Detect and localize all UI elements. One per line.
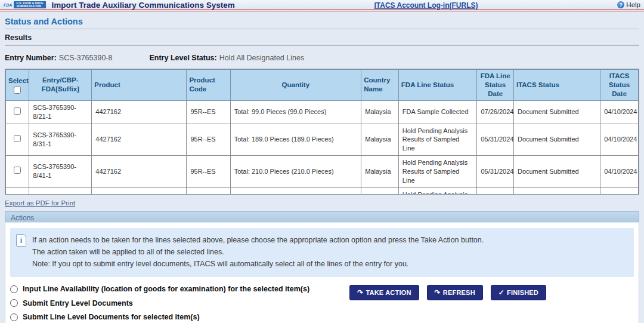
export-pdf-link[interactable]: Export as PDF for Print	[5, 199, 75, 207]
action-radio-option[interactable]: Submit Line Level Documents for selected…	[10, 313, 309, 321]
actions-section-header: Actions	[5, 211, 639, 222]
table-cell: 07/26/2024	[477, 100, 514, 124]
table-cell: 04/10/2024	[600, 124, 639, 156]
select-cell	[6, 187, 29, 195]
entry-number-label: Entry Number:	[5, 54, 57, 62]
info-line: The action taken will be applied to all …	[32, 246, 484, 258]
table-cell: SCS-3765390-8/51-1	[29, 187, 92, 195]
row-select-checkbox[interactable]	[14, 107, 21, 115]
radio-button-icon[interactable]	[10, 299, 18, 307]
action-radio-option[interactable]: Input Line Availability (location of goo…	[10, 285, 309, 293]
app-header: FDA U.S. FOOD & DRUG ADMINISTRATION Impo…	[0, 0, 644, 11]
entry-level-status-value: Hold All Designated Lines	[219, 54, 304, 62]
info-text: If an action needs to be taken for the l…	[32, 234, 484, 270]
results-table-container: SelectEntry/CBP- FDA[Suffix]ProductProdu…	[5, 69, 639, 195]
row-select-checkbox[interactable]	[14, 167, 21, 174]
table-row: SCS-3765390-8/41-1442716295R--ESTotal: 2…	[6, 156, 639, 188]
entry-level-status-label: Entry Level Status:	[149, 54, 216, 62]
table-cell: Total: 99.0 Pieces (99.0 Pieces)	[230, 100, 361, 124]
table-cell: Malaysia	[361, 100, 399, 124]
table-cell: Hold Pending Analysis Results of Sampled…	[398, 187, 477, 195]
radio-button-icon[interactable]	[10, 285, 18, 293]
arrow-icon: ↷	[357, 289, 363, 296]
table-cell: SCS-3765390-8/31-1	[29, 124, 92, 156]
table-header-row: SelectEntry/CBP- FDA[Suffix]ProductProdu…	[6, 70, 639, 101]
radio-option-label: Submit Line Level Documents for selected…	[23, 313, 200, 321]
button-label: REFRESH	[443, 289, 475, 296]
radio-option-label: Input Line Availability (location of goo…	[23, 285, 309, 293]
info-document-icon: i	[16, 234, 26, 247]
table-cell: Malaysia	[361, 187, 399, 195]
column-header: Entry/CBP- FDA[Suffix]	[29, 70, 92, 101]
table-cell: 95R--ES	[187, 100, 230, 124]
table-cell: 4427162	[92, 187, 187, 195]
table-cell: 05/31/2024	[477, 124, 514, 156]
info-box: i If an action needs to be taken for the…	[10, 228, 634, 277]
arrow-icon: ↷	[435, 289, 441, 296]
table-cell: SCS-3765390-8/41-1	[29, 156, 92, 188]
table-cell: 05/31/2024	[477, 187, 514, 195]
column-header: Product Code	[187, 70, 230, 101]
entry-summary: Entry Number: SCS-3765390-8 Entry Level …	[5, 54, 639, 62]
table-cell: 95R--ES	[187, 124, 230, 156]
fda-logo-box: U.S. FOOD & DRUG ADMINISTRATION	[14, 1, 45, 8]
table-cell: 95R--ES	[187, 187, 230, 195]
results-table: SelectEntry/CBP- FDA[Suffix]ProductProdu…	[5, 69, 639, 195]
table-cell: Total: 300.0 Pieces (300.0 Pieces)	[230, 187, 361, 195]
help-icon[interactable]: ?	[617, 1, 624, 8]
table-cell: Total: 210.0 Pieces (210.0 Pieces)	[230, 156, 361, 188]
column-header: Country Name	[361, 70, 399, 101]
info-line: If an action needs to be taken for the l…	[32, 234, 484, 246]
table-cell: Document Submitted	[513, 124, 600, 156]
table-cell: 4427162	[92, 156, 187, 188]
action-options-list: Input Line Availability (location of goo…	[10, 285, 309, 323]
take-action-button[interactable]: ↷TAKE ACTION	[349, 285, 419, 300]
results-table-body: SCS-3765390-8/21-1442716295R--ESTotal: 9…	[6, 100, 639, 195]
refresh-button[interactable]: ↷REFRESH	[427, 285, 483, 300]
select-cell	[6, 156, 29, 188]
table-cell: Document Submitted	[513, 100, 600, 124]
table-cell: 4427162	[92, 124, 187, 156]
select-all-checkbox[interactable]	[14, 87, 21, 94]
table-cell: 4427162	[92, 100, 187, 124]
radio-option-label: Submit Entry Level Documents	[23, 299, 133, 307]
table-cell: 04/10/2024	[600, 156, 639, 188]
table-cell: Document Submitted	[513, 187, 600, 195]
column-header: ITACS Status Date	[600, 70, 639, 101]
table-cell: 05/31/2024	[477, 156, 514, 188]
results-heading: Results	[5, 33, 639, 45]
column-header: Quantity	[230, 70, 361, 101]
page-title: Status and Actions	[5, 17, 639, 29]
table-cell: 04/10/2024	[600, 100, 639, 124]
column-header: Select	[6, 70, 29, 101]
row-select-checkbox[interactable]	[14, 135, 21, 142]
fda-logo-text: FDA	[4, 3, 12, 7]
button-label: FINISHED	[507, 289, 538, 296]
column-header: ITACS Status	[513, 70, 600, 101]
select-cell	[6, 124, 29, 156]
table-cell: Total: 189.0 Pieces (189.0 Pieces)	[230, 124, 361, 156]
info-line: Note: If you opt to submit entry level d…	[32, 258, 484, 270]
radio-button-icon[interactable]	[10, 313, 18, 321]
column-header: Product	[92, 70, 187, 101]
help-label[interactable]: Help	[626, 1, 640, 8]
table-cell: SCS-3765390-8/21-1	[29, 100, 92, 124]
button-label: TAKE ACTION	[366, 289, 411, 296]
column-header: FDA Line Status	[398, 70, 477, 101]
checkmark-icon: ✓	[499, 289, 504, 296]
table-cell: Malaysia	[361, 156, 399, 188]
column-header: FDA Line Status Date	[477, 70, 514, 101]
table-cell: Hold Pending Analysis Results of Sampled…	[398, 156, 477, 188]
app-title: Import Trade Auxiliary Communications Sy…	[52, 1, 235, 10]
action-radio-option[interactable]: Submit Entry Level Documents	[10, 299, 309, 307]
itacs-login-link[interactable]: ITACS Account Log-in(FURLS)	[374, 1, 478, 10]
table-cell: Hold Pending Analysis Results of Sampled…	[398, 124, 477, 156]
table-row: SCS-3765390-8/31-1442716295R--ESTotal: 1…	[6, 124, 639, 156]
select-cell	[6, 100, 29, 124]
fda-logo: FDA U.S. FOOD & DRUG ADMINISTRATION	[4, 1, 46, 8]
entry-number-value: SCS-3765390-8	[59, 54, 113, 62]
table-cell: Malaysia	[361, 124, 399, 156]
finished-button[interactable]: ✓FINISHED	[491, 285, 546, 300]
table-row: SCS-3765390-8/51-1442716295R--ESTotal: 3…	[6, 187, 639, 195]
actions-panel: i If an action needs to be taken for the…	[5, 222, 639, 323]
